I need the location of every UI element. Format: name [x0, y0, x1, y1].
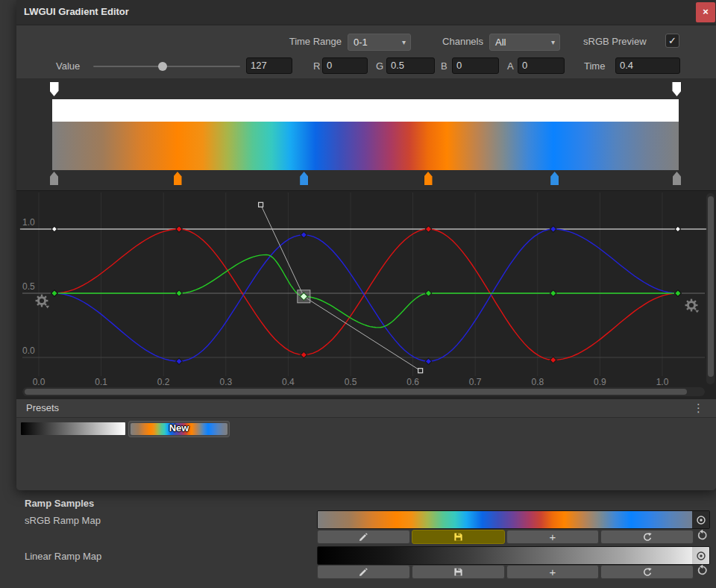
- curve-key-green[interactable]: [425, 290, 431, 296]
- curve-key-alpha[interactable]: [675, 226, 680, 231]
- check-icon: ✓: [668, 35, 676, 46]
- curve-key-green[interactable]: [550, 290, 556, 296]
- refresh-icon: [642, 567, 653, 578]
- floppy-button[interactable]: [412, 565, 505, 579]
- g-field[interactable]: 0.5: [386, 57, 435, 74]
- r-field[interactable]: 0: [322, 57, 368, 74]
- kebab-menu-icon[interactable]: ⋮: [693, 401, 704, 415]
- x-tick-label: 1.0: [656, 377, 669, 387]
- presets-title: Presets: [26, 402, 59, 413]
- curve-key-green[interactable]: [675, 290, 681, 296]
- x-tick-label: 0.2: [157, 377, 170, 387]
- color-key-marker[interactable]: [550, 172, 559, 185]
- close-button[interactable]: ×: [696, 2, 715, 22]
- curve-key-green[interactable]: [51, 290, 57, 296]
- srgb-preview-checkbox[interactable]: ✓: [665, 34, 679, 48]
- x-tick-label: 0.1: [95, 377, 107, 387]
- pencil-icon: [358, 567, 368, 578]
- ramp-gradient: [318, 511, 709, 528]
- alpha-marker[interactable]: [672, 82, 681, 96]
- srgb-preview-label: sRGB Preview: [583, 36, 647, 47]
- curve-key-alpha[interactable]: [51, 226, 57, 231]
- floppy-button[interactable]: [412, 530, 505, 544]
- curve-key-blue[interactable]: [176, 358, 182, 364]
- color-key-marker[interactable]: [673, 172, 681, 185]
- x-tick-label: 0.9: [594, 377, 606, 387]
- screen: LWGUI Gradient Editor × Time Range 0-1 ▾…: [0, 0, 716, 588]
- b-field[interactable]: 0: [452, 57, 499, 74]
- curve-key-blue[interactable]: [425, 358, 431, 364]
- preset-swatch-grayscale[interactable]: [21, 422, 125, 435]
- channels-dropdown[interactable]: All ▾: [489, 34, 560, 51]
- channels-label: Channels: [431, 36, 483, 47]
- g-label: G: [376, 60, 383, 72]
- horizontal-scrollbar[interactable]: [22, 387, 705, 396]
- r-label: R: [313, 60, 320, 72]
- curve-blue[interactable]: [54, 229, 678, 361]
- curve-key-red[interactable]: [176, 226, 182, 232]
- pencil-button[interactable]: [317, 565, 410, 579]
- time-range-label: Time Range: [276, 36, 342, 47]
- horizontal-scrollbar-thumb[interactable]: [25, 389, 687, 395]
- curve-key-blue[interactable]: [301, 231, 307, 237]
- channels-value: All: [495, 37, 506, 48]
- ramp-gradient-field[interactable]: [317, 546, 710, 565]
- color-key-marker[interactable]: [50, 172, 58, 185]
- y-tick-label: 0.0: [22, 345, 35, 356]
- right-gear-icon[interactable]: [685, 298, 700, 313]
- plus-icon: +: [549, 566, 556, 578]
- ramp-map-label: Linear Ramp Map: [25, 551, 101, 562]
- x-tick-label: 0.8: [531, 377, 544, 387]
- alpha-preview-strip[interactable]: [52, 99, 679, 122]
- color-preview-strip[interactable]: [52, 122, 679, 170]
- color-key-marker[interactable]: [174, 172, 182, 185]
- undo-button[interactable]: [696, 529, 711, 544]
- b-label: B: [441, 60, 448, 72]
- refresh-button[interactable]: [600, 530, 694, 544]
- undo-button[interactable]: [696, 564, 711, 579]
- y-tick-label: 0.5: [22, 281, 35, 292]
- object-picker-icon[interactable]: [692, 511, 709, 528]
- value-field[interactable]: 127: [246, 57, 292, 74]
- a-field[interactable]: 0: [518, 57, 565, 74]
- vertical-scrollbar[interactable]: [706, 193, 715, 384]
- curve-key-blue[interactable]: [550, 226, 556, 232]
- x-tick-label: 0.3: [219, 377, 232, 387]
- left-gear-icon[interactable]: [35, 294, 50, 309]
- time-range-dropdown[interactable]: 0-1 ▾: [348, 34, 411, 51]
- gradient-editor-window: LWGUI Gradient Editor × Time Range 0-1 ▾…: [16, 0, 716, 490]
- gradient-preview[interactable]: [52, 99, 679, 170]
- time-range-value: 0-1: [354, 37, 368, 48]
- curve-key-green[interactable]: [176, 290, 182, 296]
- refresh-button[interactable]: [600, 565, 694, 579]
- curve-canvas[interactable]: 0.00.10.20.30.40.50.60.70.80.91.01.00.50…: [16, 191, 716, 387]
- chevron-down-icon: ▾: [402, 34, 406, 50]
- preset-name: New: [129, 422, 229, 434]
- curve-red[interactable]: [54, 229, 678, 360]
- alpha-marker[interactable]: [50, 82, 59, 96]
- titlebar: LWGUI Gradient Editor ×: [16, 0, 716, 25]
- color-key-marker[interactable]: [300, 172, 308, 185]
- vertical-scrollbar-thumb[interactable]: [708, 196, 714, 377]
- plus-button[interactable]: +: [506, 530, 600, 544]
- pencil-button[interactable]: [317, 530, 410, 544]
- curve-editor: 0.00.10.20.30.40.50.60.70.80.91.01.00.50…: [16, 190, 716, 399]
- close-icon: ×: [703, 6, 709, 17]
- ramp-gradient-field[interactable]: [317, 510, 710, 529]
- plus-button[interactable]: +: [506, 565, 600, 579]
- pencil-icon: [358, 532, 368, 542]
- value-slider-thumb[interactable]: [158, 62, 167, 71]
- object-picker-icon[interactable]: [692, 547, 709, 564]
- a-label: A: [507, 60, 514, 72]
- x-tick-label: 0.5: [345, 377, 357, 387]
- preset-swatch-new[interactable]: New: [128, 421, 230, 437]
- time-label: Time: [584, 60, 605, 72]
- x-tick-label: 0.4: [282, 377, 295, 387]
- tangent-handle[interactable]: [259, 202, 263, 207]
- color-key-marker[interactable]: [424, 172, 433, 185]
- tangent-handle[interactable]: [418, 369, 423, 373]
- x-tick-label: 0.0: [33, 377, 45, 387]
- chevron-down-icon: ▾: [551, 34, 555, 50]
- time-field[interactable]: 0.4: [615, 57, 680, 74]
- curve-key-red[interactable]: [425, 226, 431, 232]
